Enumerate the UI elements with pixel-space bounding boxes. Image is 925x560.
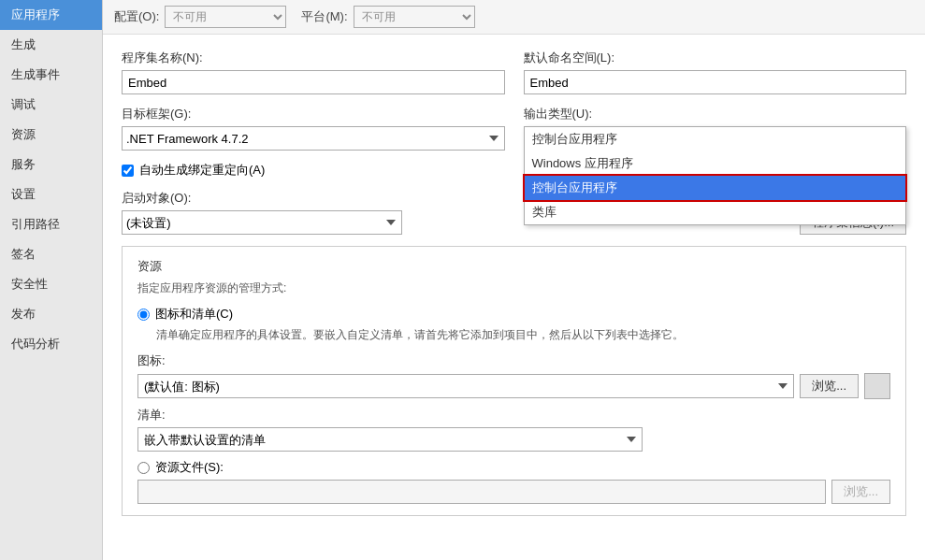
platform-label: 平台(M): (301, 8, 347, 25)
assembly-name-group: 程序集名称(N): (122, 50, 505, 94)
config-group: 配置(O): 不可用 (114, 6, 286, 28)
auto-gen-label: 自动生成绑定重定向(A) (139, 162, 265, 179)
manifest-label: 清单: (137, 407, 890, 424)
topbar: 配置(O): 不可用 平台(M): 不可用 (103, 0, 925, 35)
auto-gen-checkbox[interactable] (122, 165, 134, 177)
resources-title: 资源 (137, 258, 890, 275)
assembly-name-input[interactable] (122, 70, 505, 94)
framework-output-row: 目标框架(G): .NET Framework 4.7.2 输出类型(U): 控… (122, 106, 906, 151)
output-type-option-console1[interactable]: 控制台应用程序 (525, 127, 906, 151)
platform-group: 平台(M): 不可用 (301, 6, 474, 28)
resource-file-row: 资源文件(S): (137, 459, 890, 476)
icon-label: 图标: (137, 352, 890, 369)
startup-object-select[interactable]: (未设置) (122, 210, 402, 235)
sidebar-item-services[interactable]: 服务 (0, 150, 102, 179)
sidebar-item-debug[interactable]: 调试 (0, 90, 102, 120)
startup-object-label: 启动对象(O): (122, 190, 505, 207)
startup-object-group: 启动对象(O): (未设置) (122, 190, 505, 235)
output-type-option-windows[interactable]: Windows 应用程序 (525, 151, 906, 176)
resources-subtitle: 指定应用程序资源的管理方式: (137, 280, 890, 296)
output-type-option-label: Windows 应用程序 (532, 155, 633, 172)
resources-section: 资源 指定应用程序资源的管理方式: 图标和清单(C) 清单确定应用程序的具体设置… (122, 246, 906, 516)
sidebar-item-publish[interactable]: 发布 (0, 299, 102, 329)
assembly-namespace-row: 程序集名称(N): 默认命名空间(L): (122, 50, 906, 94)
resource-file-browse-button[interactable]: 浏览... (831, 480, 890, 504)
default-namespace-group: 默认命名空间(L): (524, 50, 907, 94)
output-type-option-library[interactable]: 类库 (525, 200, 906, 224)
resource-file-input-row: 浏览... (137, 480, 890, 504)
output-type-group: 输出类型(U): 控制台应用程序 ▼ 控制台应用程序 Windows 应用程序 (524, 106, 907, 151)
icon-select[interactable]: (默认值: 图标) (137, 374, 794, 398)
config-label: 配置(O): (114, 8, 159, 25)
sidebar-item-security[interactable]: 安全性 (0, 269, 102, 299)
output-type-option-label: 控制台应用程序 (532, 179, 617, 196)
default-namespace-input[interactable] (524, 70, 907, 94)
sidebar: 应用程序 生成 生成事件 调试 资源 服务 设置 引用路径 签名 安全性 发布 … (0, 0, 103, 560)
resource-file-radio[interactable] (137, 462, 150, 474)
icon-list-radio-label: 图标和清单(C) (155, 306, 233, 323)
sidebar-item-build-events[interactable]: 生成事件 (0, 60, 102, 90)
icon-list-radio-row: 图标和清单(C) (137, 306, 890, 323)
main-panel: 配置(O): 不可用 平台(M): 不可用 程序集名称(N): 默认命名空间(L… (103, 0, 925, 560)
sidebar-item-build[interactable]: 生成 (0, 30, 102, 60)
resource-file-label: 资源文件(S): (155, 459, 224, 476)
platform-select[interactable]: 不可用 (354, 6, 475, 28)
icon-browse-button[interactable]: 浏览... (800, 374, 859, 398)
sidebar-item-app[interactable]: 应用程序 (0, 0, 102, 30)
sidebar-item-reference-paths[interactable]: 引用路径 (0, 209, 102, 239)
sidebar-item-signing[interactable]: 签名 (0, 239, 102, 269)
output-type-option-label: 类库 (532, 204, 556, 221)
output-type-option-label: 控制台应用程序 (532, 131, 617, 148)
default-namespace-label: 默认命名空间(L): (524, 50, 907, 66)
resource-file-input[interactable] (137, 480, 826, 504)
icon-list-radio-desc: 清单确定应用程序的具体设置。要嵌入自定义清单，请首先将它添加到项目中，然后从以下… (156, 326, 890, 343)
icon-preview (864, 373, 890, 399)
sidebar-item-resources[interactable]: 资源 (0, 120, 102, 150)
icon-select-row: (默认值: 图标) 浏览... (137, 373, 890, 399)
manifest-select[interactable]: 嵌入带默认设置的清单 (137, 427, 643, 452)
target-framework-label: 目标框架(G): (122, 106, 505, 122)
icon-list-radio[interactable] (137, 309, 150, 321)
output-type-dropdown: 控制台应用程序 ▼ 控制台应用程序 Windows 应用程序 控制台应用程序 (524, 126, 907, 151)
target-framework-select[interactable]: .NET Framework 4.7.2 (122, 126, 505, 151)
output-type-label: 输出类型(U): (524, 106, 907, 122)
sidebar-item-settings[interactable]: 设置 (0, 179, 102, 209)
sidebar-item-code-analysis[interactable]: 代码分析 (0, 329, 102, 359)
manifest-row-container: 清单: 嵌入带默认设置的清单 (137, 407, 890, 452)
target-framework-group: 目标框架(G): .NET Framework 4.7.2 (122, 106, 505, 151)
output-type-dropdown-list: 控制台应用程序 Windows 应用程序 控制台应用程序 类库 (524, 126, 907, 225)
assembly-name-label: 程序集名称(N): (122, 50, 505, 66)
config-select[interactable]: 不可用 (165, 6, 286, 28)
icon-row-container: 图标: (默认值: 图标) 浏览... (137, 352, 890, 399)
output-type-option-console2[interactable]: 控制台应用程序 (525, 176, 906, 200)
content-area: 程序集名称(N): 默认命名空间(L): 目标框架(G): .NET Frame… (103, 35, 925, 560)
